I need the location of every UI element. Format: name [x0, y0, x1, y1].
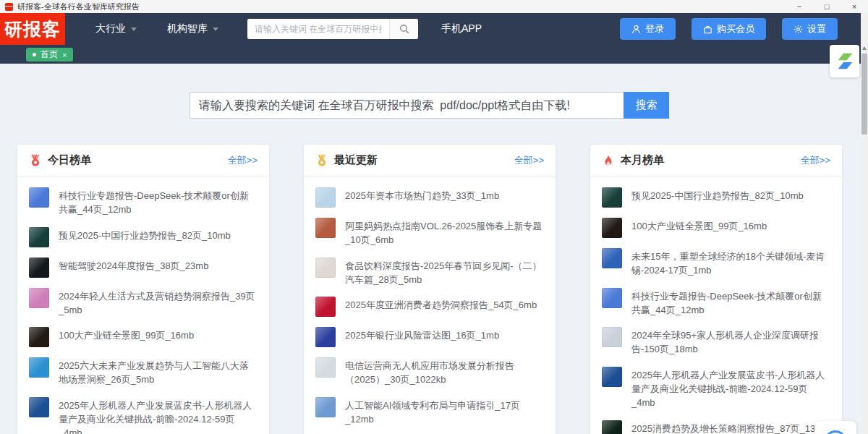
report-list-item[interactable]: 2025年资本市场热门趋势_33页_1mb: [315, 182, 544, 213]
report-title: 食品饮料深度报告-2025年春节回乡见闻-（二）汽车篇_28页_5mb: [345, 258, 544, 287]
tab-close-icon[interactable]: ×: [62, 51, 67, 59]
report-title: 预见2025-中国行业趋势报告_82页_10mb: [59, 227, 231, 243]
login-label: 登录: [645, 22, 664, 35]
report-title: 2025年人形机器人产业发展蓝皮书-人形机器人量产及商业化关键挑战-前瞻-202…: [631, 367, 830, 410]
tab-label: 首页: [41, 48, 58, 61]
report-list-item[interactable]: 人工智能AI领域专利布局与申请指引_17页_12mb: [315, 392, 544, 432]
chevron-down-icon: [213, 27, 218, 31]
card-title: 最近更新: [334, 153, 378, 167]
user-icon: [631, 25, 641, 34]
report-list-item[interactable]: 未来15年，重塑全球经济的18个关键领域-麦肯锡-2024-17页_1mb: [602, 243, 830, 283]
report-list-item[interactable]: 100大产业链全景图_99页_16mb: [602, 213, 830, 243]
report-list-item[interactable]: 电信运营商无人机应用市场发展分析报告（2025）_30页_1022kb: [315, 352, 544, 392]
report-list-item[interactable]: 预见2025-中国行业趋势报告_82页_10mb: [29, 222, 258, 252]
report-thumbnail: [602, 367, 622, 387]
report-list-item[interactable]: 阿里妈妈热点指南VOL.26-2025服饰春上新专题_10页_6mb: [315, 213, 544, 252]
report-list-item[interactable]: 科技行业专题报告-DeepSeek-技术颠覆or创新共赢_44页_12mb: [29, 182, 258, 222]
app-icon: [5, 3, 13, 11]
report-title: 100大产业链全景图_99页_16mb: [631, 218, 767, 234]
report-thumbnail: [602, 187, 622, 208]
report-list: 预见2025-中国行业趋势报告_82页_10mb100大产业链全景图_99页_1…: [590, 176, 842, 434]
mobile-app-link[interactable]: 手机APP: [441, 22, 482, 35]
settings-label: 设置: [807, 22, 826, 35]
nav-search-input[interactable]: [247, 19, 389, 39]
report-title: 智能驾驶2024年度报告_38页_23mb: [59, 258, 208, 273]
view-all-link[interactable]: 全部>>: [514, 154, 544, 167]
view-all-link[interactable]: 全部>>: [228, 154, 258, 167]
report-thumbnail: [315, 218, 336, 238]
minimize-button[interactable]: −: [786, 0, 813, 13]
card-header: 今日榜单全部>>: [17, 145, 269, 176]
report-title: 2024年全球95+家人形机器人企业深度调研报告-150页_18mb: [631, 327, 830, 357]
report-list-item[interactable]: 2025年人形机器人产业发展蓝皮书-人形机器人量产及商业化关键挑战-前瞻-202…: [602, 362, 830, 415]
customer-service-button[interactable]: [814, 421, 856, 434]
report-thumbnail: [29, 258, 49, 278]
report-title: 电信运营商无人机应用市场发展分析报告（2025）_30页_1022kb: [345, 357, 544, 387]
nav-menu-label: 机构智库: [167, 22, 208, 35]
tab-strip: 首页 ×: [0, 45, 868, 64]
close-button[interactable]: ×: [841, 0, 868, 13]
report-list-item[interactable]: 科技行业专题报告-DeepSeek-技术颠覆or创新共赢_44页_12mb: [602, 283, 830, 323]
view-all-link[interactable]: 全部>>: [801, 154, 830, 167]
tab-home[interactable]: 首页 ×: [26, 48, 73, 61]
search-icon: [399, 24, 409, 34]
hero-search-button[interactable]: 搜索: [624, 92, 669, 119]
report-list-item[interactable]: 预见2025-中国行业趋势报告_82页_10mb: [602, 182, 830, 213]
chevron-down-icon: [131, 27, 137, 31]
report-thumbnail: [602, 327, 622, 347]
report-title: 2025年度亚洲消费者趋势洞察报告_54页_6mb: [345, 297, 537, 312]
ranking-card: 今日榜单全部>>科技行业专题报告-DeepSeek-技术颠覆or创新共赢_44页…: [17, 145, 269, 434]
report-thumbnail: [315, 357, 336, 378]
flash-logo-icon: [835, 51, 854, 72]
card-header: 本月榜单全部>>: [590, 145, 842, 176]
report-thumbnail: [315, 327, 336, 347]
hero-search: 搜索: [190, 92, 669, 119]
report-thumbnail: [602, 218, 622, 238]
buy-membership-button[interactable]: 购买会员: [692, 18, 766, 40]
report-list-item[interactable]: 2024年轻人生活方式及营销趋势洞察报告_39页_5mb: [29, 283, 258, 323]
brand-logo[interactable]: 研报客: [0, 13, 65, 45]
nav-menu-industries[interactable]: 大行业: [95, 22, 137, 35]
report-list-item[interactable]: 2024年全球95+家人形机器人企业深度调研报告-150页_18mb: [602, 322, 830, 362]
flame-icon: [602, 154, 615, 167]
scroll-up-icon[interactable]: [862, 46, 867, 50]
report-list-item[interactable]: 食品饮料深度报告-2025年春节回乡见闻-（二）汽车篇_28页_5mb: [315, 252, 544, 292]
report-list-item[interactable]: 100大产业链全景图_99页_16mb: [29, 322, 258, 352]
medal-icon: [315, 154, 328, 167]
window-titlebar: 研报客-全球各行各业智库研究报告 − □ ×: [0, 0, 868, 13]
report-title: 2025消费趋势及增长策略洞察报告_87页_13mb: [631, 420, 828, 434]
report-list-item[interactable]: 2025年银行业风险雷达图_16页_1mb: [315, 322, 544, 352]
report-title: 科技行业专题报告-DeepSeek-技术颠覆or创新共赢_44页_12mb: [59, 187, 258, 217]
report-thumbnail: [29, 288, 49, 308]
report-title: 人工智能AI领域专利布局与申请指引_17页_12mb: [345, 397, 544, 427]
report-title: 2024年轻人生活方式及营销趋势洞察报告_39页_5mb: [59, 288, 258, 318]
report-title: 2025年资本市场热门趋势_33页_1mb: [345, 187, 499, 203]
nav-menu-label: 大行业: [95, 22, 126, 35]
settings-button[interactable]: 设置: [782, 18, 838, 40]
report-title: 2025年人形机器人产业发展蓝皮书-人形机器人量产及商业化关键挑战-前瞻-202…: [59, 397, 258, 434]
report-list-item[interactable]: 智能驾驶2024年度报告_38页_23mb: [29, 252, 258, 283]
nav-search-button[interactable]: [389, 19, 418, 39]
floating-shortcut-button[interactable]: [830, 45, 859, 77]
maximize-button[interactable]: □: [813, 0, 841, 13]
service-icon: [824, 430, 847, 434]
report-list-item[interactable]: 2025六大未来产业发展趋势与人工智能八大落地场景洞察_26页_5mb: [29, 352, 258, 392]
report-title: 未来15年，重塑全球经济的18个关键领域-麦肯锡-2024-17页_1mb: [631, 248, 830, 278]
report-thumbnail: [602, 288, 622, 308]
gear-icon: [793, 25, 803, 34]
nav-menu-thinktanks[interactable]: 机构智库: [167, 22, 218, 35]
report-thumbnail: [29, 227, 49, 247]
card-title: 本月榜单: [621, 153, 664, 167]
card-header: 最近更新全部>>: [304, 145, 556, 176]
report-list-item[interactable]: 2025年度亚洲消费者趋势洞察报告_54页_6mb: [315, 292, 544, 322]
login-button[interactable]: 登录: [620, 18, 676, 40]
report-list-item[interactable]: 2025消费趋势及增长策略洞察报告_87页_13mb: [602, 415, 830, 434]
report-title: 预见2025-中国行业趋势报告_82页_10mb: [631, 187, 804, 203]
vertical-scrollbar[interactable]: [861, 13, 868, 434]
nav-search-box: [247, 19, 418, 39]
medal-icon: [29, 154, 42, 167]
hero-search-input[interactable]: [190, 92, 624, 119]
scrollbar-thumb[interactable]: [861, 54, 867, 135]
report-list-item[interactable]: 2025年人形机器人产业发展蓝皮书-人形机器人量产及商业化关键挑战-前瞻-202…: [29, 392, 258, 434]
main-content: 搜索 今日榜单全部>>科技行业专题报告-DeepSeek-技术颠覆or创新共赢_…: [0, 64, 868, 434]
